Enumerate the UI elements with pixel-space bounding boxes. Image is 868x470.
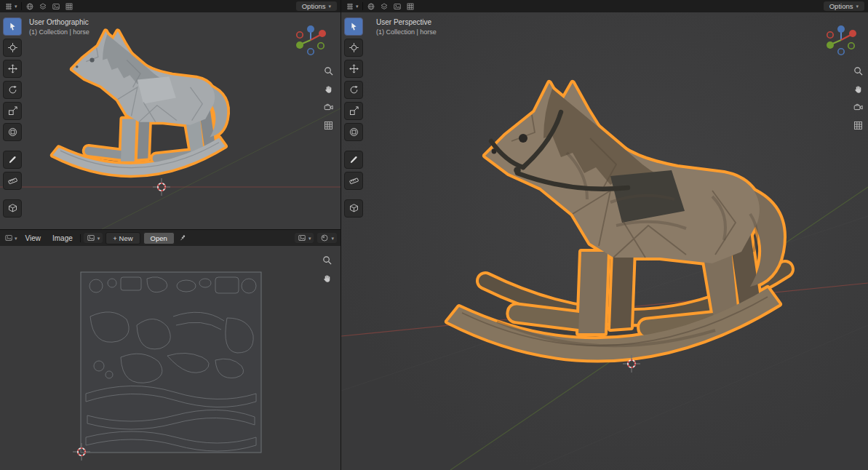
uv-layout[interactable] (80, 271, 262, 453)
tool-cursor-3d-button[interactable] (3, 39, 22, 57)
rocking-horse-model[interactable] (42, 15, 239, 204)
3d-cursor (623, 355, 640, 373)
camera-icon[interactable] (322, 100, 335, 113)
navigation-gizmo[interactable] (294, 23, 327, 57)
pan-icon[interactable] (851, 82, 864, 95)
2d-cursor (73, 443, 90, 461)
viewport-header: ▾ Options▾ (0, 0, 341, 12)
tool-annotate-button[interactable] (344, 151, 363, 169)
tool-scale-button[interactable] (344, 102, 363, 120)
header-separator (21, 2, 22, 10)
options-label: Options (829, 2, 853, 10)
rocking-horse-model-textured[interactable] (427, 51, 805, 415)
tool-measure-button[interactable] (3, 172, 22, 190)
editor-type-button[interactable]: ▾ (4, 1, 18, 12)
options-button[interactable]: Options▾ (824, 1, 864, 11)
tool-transform-button[interactable] (3, 123, 22, 141)
viewport-header: ▾ Options▾ (341, 0, 868, 12)
pan-icon[interactable] (320, 271, 333, 284)
tool-measure-button[interactable] (344, 172, 363, 190)
tool-tweak-button[interactable] (3, 17, 22, 36)
new-image-button[interactable]: + New (105, 232, 140, 244)
chevron-down-icon: ▾ (356, 4, 359, 9)
header-separator (362, 2, 363, 10)
options-button[interactable]: Options▾ (296, 1, 337, 11)
blender-window: ▾ Options▾ User Orthographic (1) Collect… (0, 0, 868, 470)
header-separator (80, 234, 81, 242)
tool-add-cube-button[interactable] (3, 199, 22, 218)
menu-image[interactable]: Image (48, 233, 77, 244)
globe-icon[interactable] (366, 1, 376, 12)
toolbar (3, 17, 22, 218)
camera-icon[interactable] (851, 100, 864, 113)
editor-type-button[interactable]: ▾ (345, 1, 359, 12)
tool-move-button[interactable] (3, 60, 22, 78)
uv-nav-icons (320, 253, 333, 284)
chevron-down-icon: ▾ (97, 236, 100, 241)
tool-add-cube-button[interactable] (344, 199, 363, 218)
pan-icon[interactable] (322, 82, 335, 95)
3d-cursor (153, 178, 170, 196)
open-image-button[interactable]: Open (143, 232, 175, 244)
editor-type-button[interactable]: ▾ (4, 233, 18, 243)
grid-icon[interactable] (64, 1, 74, 12)
image-browse-dropdown[interactable]: ▾ (84, 233, 103, 243)
grid-icon[interactable] (405, 1, 415, 12)
image-link-dropdown[interactable]: ▾ (295, 233, 314, 243)
layers-icon[interactable] (38, 1, 48, 12)
grid-icon[interactable] (322, 119, 335, 132)
viewport-nav-icons (851, 64, 864, 132)
chevron-down-icon: ▾ (856, 4, 859, 9)
chevron-down-icon: ▾ (328, 4, 331, 9)
image-icon[interactable] (392, 1, 402, 12)
viewport-orthographic: ▾ Options▾ User Orthographic (1) Collect… (0, 0, 341, 229)
globe-icon[interactable] (25, 1, 35, 12)
zoom-icon[interactable] (320, 253, 333, 266)
display-settings-dropdown[interactable]: ▾ (317, 233, 337, 243)
chevron-down-icon: ▾ (15, 236, 17, 241)
chevron-down-icon: ▾ (331, 236, 334, 241)
image-icon[interactable] (51, 1, 61, 12)
menu-view[interactable]: View (21, 233, 46, 244)
options-label: Options (302, 2, 326, 10)
zoom-icon[interactable] (851, 64, 864, 77)
viewport-perspective: ▾ Options▾ User Perspective (1) Collecti… (341, 0, 868, 470)
tool-tweak-button[interactable] (344, 17, 363, 36)
toolbar (344, 17, 363, 218)
zoom-icon[interactable] (322, 64, 335, 77)
uv-editor-header: ▾ View Image ▾ + New Open ▾ ▾ (0, 230, 341, 246)
chevron-down-icon: ▾ (308, 236, 311, 241)
chevron-down-icon: ▾ (15, 4, 17, 9)
viewport-nav-icons (322, 64, 335, 132)
pin-icon[interactable] (178, 233, 188, 243)
grid-icon[interactable] (851, 119, 864, 132)
layers-icon[interactable] (379, 1, 389, 12)
navigation-gizmo[interactable] (824, 23, 858, 57)
tool-annotate-button[interactable] (3, 151, 22, 169)
tool-transform-button[interactable] (344, 123, 363, 141)
tool-rotate-button[interactable] (3, 81, 22, 99)
tool-rotate-button[interactable] (344, 81, 363, 99)
uv-image-editor: ▾ View Image ▾ + New Open ▾ ▾ (0, 230, 341, 470)
tool-move-button[interactable] (344, 60, 363, 78)
tool-scale-button[interactable] (3, 102, 22, 120)
tool-cursor-3d-button[interactable] (344, 39, 363, 57)
